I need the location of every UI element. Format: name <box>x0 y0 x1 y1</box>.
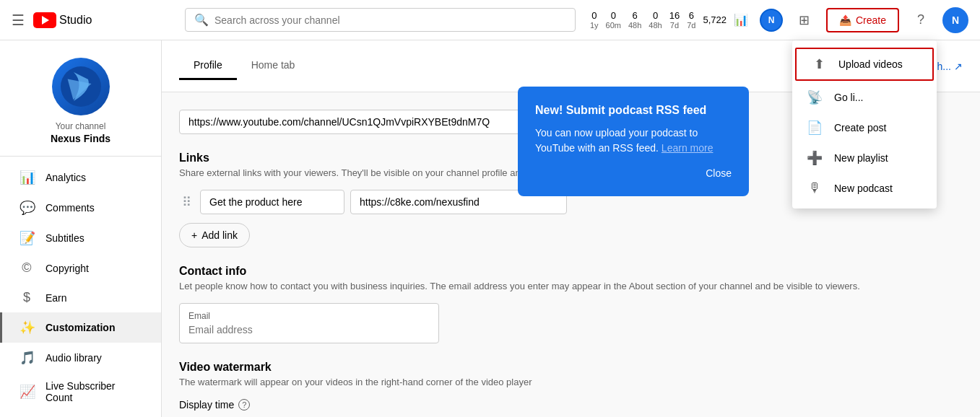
upload-label: Upload videos <box>838 58 903 70</box>
go-live-icon: 📡 <box>807 89 823 105</box>
sidebar-item-subtitles[interactable]: 📝 Subtitles <box>0 223 161 253</box>
channel-label: Your channel <box>56 121 106 131</box>
search-input[interactable] <box>214 14 566 26</box>
display-time-label: Display time ? <box>179 399 939 411</box>
apps-icon-btn[interactable]: ⊞ <box>792 7 818 33</box>
sidebar-nav: 📊 Analytics 💬 Comments 📝 Subtitles © Cop… <box>0 157 161 416</box>
channel-avatar[interactable] <box>52 58 110 115</box>
dropdown-go-live[interactable]: 📡 Go li... <box>792 82 937 113</box>
stat-total-num: 5,722 <box>703 14 727 25</box>
sidebar-label-live-sub: Live Subscriber Count <box>45 380 144 403</box>
sidebar-item-earn[interactable]: $ Earn <box>0 283 161 312</box>
create-icon: 📤 <box>839 14 851 26</box>
sidebar-item-analytics[interactable]: 📊 Analytics <box>0 162 161 193</box>
create-button[interactable]: 📤 Create <box>826 8 899 32</box>
tabs: Profile Home tab <box>179 52 309 80</box>
popup-title: New! Submit podcast RSS feed <box>535 104 732 117</box>
dropdown-create-post[interactable]: 📄 Create post <box>792 113 937 143</box>
tab-profile[interactable]: Profile <box>179 52 237 80</box>
copyright-icon: © <box>19 260 34 276</box>
live-sub-icon: 📈 <box>19 384 34 400</box>
sidebar-item-live-sub[interactable]: 📈 Live Subscriber Count <box>0 373 161 411</box>
earn-icon: $ <box>19 290 34 305</box>
link-title-input[interactable] <box>200 190 344 214</box>
stat-48h-b: 0 48h <box>649 10 662 30</box>
watermark-section: Video watermark The watermark will appea… <box>179 361 939 417</box>
sidebar-label-audio-library: Audio library <box>45 352 102 364</box>
header-stats: 0 1y 0 60m 6 48h 0 48h 16 7d 6 7d 5,722 … <box>590 10 748 30</box>
sidebar-item-customization[interactable]: ✨ Customization <box>0 312 161 343</box>
contact-title: Contact info <box>179 265 939 278</box>
add-link-label: Add link <box>201 229 238 241</box>
customization-icon: ✨ <box>19 320 34 335</box>
stat-7d-b: 6 7d <box>687 10 695 30</box>
sidebar-item-copyright[interactable]: © Copyright <box>0 253 161 283</box>
channel-avatar-small[interactable]: N <box>760 9 783 32</box>
upload-icon: ⬆ <box>811 56 827 72</box>
learn-more-link[interactable]: Learn more <box>662 142 714 154</box>
new-podcast-icon: 🎙 <box>807 180 823 196</box>
dropdown-upload-videos[interactable]: ⬆ Upload videos <box>795 48 934 81</box>
email-input[interactable] <box>188 324 430 335</box>
watermark-title: Video watermark <box>179 361 939 374</box>
header: ☰ Studio 🔍 0 1y 0 60m 6 48h 0 48h 16 <box>0 0 980 40</box>
create-label: Create <box>856 14 886 26</box>
stat-0y-num: 0 <box>591 10 597 21</box>
hamburger-icon[interactable]: ☰ <box>12 12 25 29</box>
create-post-label: Create post <box>834 122 886 133</box>
sidebar: Your channel Nexus Finds 📊 Analytics 💬 C… <box>0 40 162 417</box>
comments-icon: 💬 <box>19 200 34 216</box>
stat-48h-a-num: 6 <box>633 10 638 21</box>
audio-library-icon: 🎵 <box>19 350 34 366</box>
add-link-button[interactable]: + Add link <box>179 223 250 247</box>
dropdown-menu: ⬆ Upload videos 📡 Go li... 📄 Create post… <box>792 40 937 208</box>
stat-total: 5,722 <box>703 14 727 25</box>
help-circle-icon: ? <box>238 399 250 411</box>
stat-0y-label: 1y <box>590 21 599 30</box>
dropdown-new-playlist[interactable]: ➕ New playlist <box>792 143 937 173</box>
youtube-icon <box>33 12 56 28</box>
stat-60m-num: 0 <box>611 10 616 21</box>
stat-48h-b-num: 0 <box>653 10 658 21</box>
help-icon-btn[interactable]: ? <box>908 7 934 33</box>
studio-label: Studio <box>59 14 92 27</box>
stat-7d-a-label: 7d <box>670 21 679 30</box>
stat-icon: 📊 <box>734 13 748 27</box>
stat-48h-a: 6 48h <box>628 10 641 30</box>
user-avatar[interactable]: N <box>942 7 968 33</box>
sidebar-label-analytics: Analytics <box>45 172 86 183</box>
stat-7d-b-label: 7d <box>687 21 695 30</box>
stat-60m: 0 60m <box>606 10 621 30</box>
channel-name: Nexus Finds <box>51 133 110 144</box>
email-field-wrapper: Email <box>179 303 439 343</box>
subtitles-icon: 📝 <box>19 230 34 246</box>
popup-close-button[interactable]: Close <box>706 167 732 179</box>
sidebar-label-copyright: Copyright <box>45 263 89 274</box>
sidebar-label-earn: Earn <box>45 292 67 304</box>
drag-handle-icon[interactable]: ⠿ <box>179 194 194 210</box>
sidebar-item-audio-library[interactable]: 🎵 Audio library <box>0 343 161 373</box>
email-label: Email <box>188 311 430 321</box>
external-link-icon: ↗ <box>954 61 963 72</box>
stat-0y: 0 1y <box>590 10 599 30</box>
dropdown-new-podcast[interactable]: 🎙 New podcast <box>792 173 937 203</box>
go-live-label: Go li... <box>834 92 863 103</box>
stat-48h-a-label: 48h <box>628 21 641 30</box>
sidebar-item-comments[interactable]: 💬 Comments <box>0 193 161 223</box>
stat-7d-b-num: 6 <box>689 10 694 21</box>
new-playlist-icon: ➕ <box>807 150 823 166</box>
stat-7d-a-num: 16 <box>669 10 680 21</box>
tab-home[interactable]: Home tab <box>237 52 310 80</box>
popup-body: You can now upload your podcast to YouTu… <box>535 126 732 156</box>
new-playlist-label: New playlist <box>834 152 888 164</box>
podcast-popup: New! Submit podcast RSS feed You can now… <box>518 87 749 196</box>
stat-60m-label: 60m <box>606 21 621 30</box>
analytics-icon: 📊 <box>19 170 34 185</box>
contact-section: Contact info Let people know how to cont… <box>179 265 939 343</box>
sidebar-label-comments: Comments <box>45 202 95 214</box>
header-search: 🔍 <box>185 8 576 32</box>
header-right: N ⊞ 📤 Create ? N <box>760 7 968 33</box>
contact-desc: Let people know how to contact you with … <box>179 281 939 291</box>
sidebar-label-customization: Customization <box>45 322 115 333</box>
sidebar-label-subtitles: Subtitles <box>45 232 84 244</box>
